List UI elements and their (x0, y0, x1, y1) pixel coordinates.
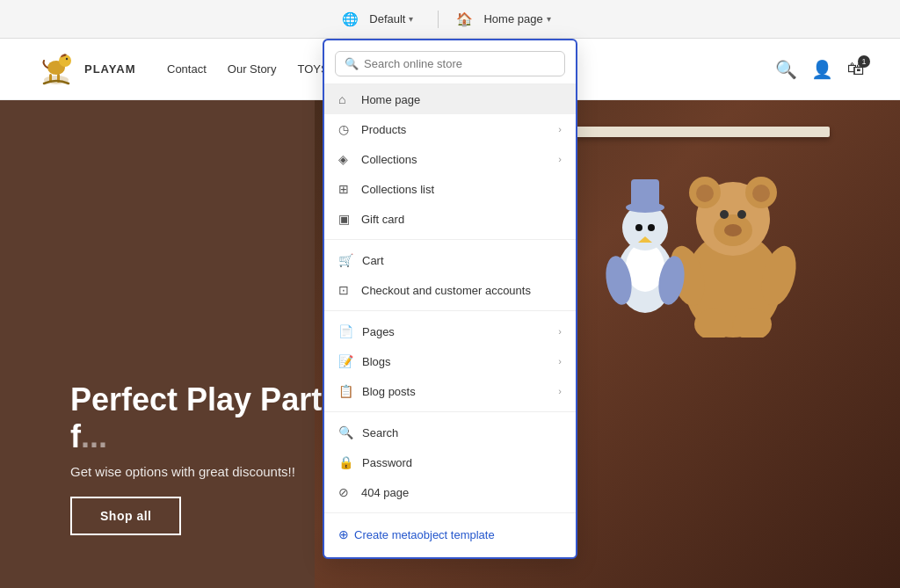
lock-icon: 🔒 (338, 455, 353, 469)
topbar-left: 🌐 Default ▾ (342, 9, 420, 29)
topbar-right: 🏠 Home page ▾ (456, 9, 557, 29)
search-input-wrap[interactable]: 🔍 (335, 51, 565, 76)
search-online-store-input[interactable] (364, 57, 555, 70)
divider-4 (324, 512, 576, 513)
menu-item-collections-list-label: Collections list (361, 183, 562, 196)
default-dropdown-btn[interactable]: Default ▾ (362, 9, 420, 29)
menu-item-products[interactable]: ◷ Products › (324, 114, 576, 144)
svg-point-2 (59, 54, 71, 67)
page-dropdown: 🔍 ⌂ Home page ◷ Products › ◈ Collections… (323, 39, 577, 559)
divider-2 (324, 310, 576, 311)
divider-3 (324, 411, 576, 412)
menu-item-collections[interactable]: ◈ Collections › (324, 144, 576, 174)
menu-item-pages[interactable]: 📄 Pages › (324, 316, 576, 346)
menu-item-404-label: 404 page (361, 486, 562, 499)
blogposts-arrow-icon: › (558, 386, 562, 396)
collections-arrow-icon: › (558, 154, 562, 164)
default-label: Default (369, 12, 405, 25)
search-icon: 🔍 (345, 57, 359, 70)
menu-item-password-label: Password (362, 456, 562, 469)
nav-contact[interactable]: Contact (167, 62, 207, 76)
menu-item-checkout[interactable]: ⊡ Checkout and customer accounts (324, 275, 576, 305)
home-icon: ⌂ (338, 92, 352, 106)
homepage-chevron-icon: ▾ (547, 14, 551, 24)
menu-item-homepage[interactable]: ⌂ Home page (324, 84, 576, 114)
page-icon: 📄 (338, 324, 353, 338)
menu-item-gift-card-label: Gift card (361, 213, 562, 226)
menu-item-collections-list[interactable]: ⊞ Collections list (324, 174, 576, 204)
account-icon[interactable]: 👤 (811, 59, 833, 80)
blog-icon: 📝 (338, 354, 353, 368)
menu-item-blogs[interactable]: 📝 Blogs › (324, 346, 576, 376)
create-metaobject-link[interactable]: ⊕ Create metaobject template (324, 519, 576, 550)
menu-item-collections-label: Collections (361, 153, 549, 166)
homepage-dropdown-btn[interactable]: Home page ▾ (476, 9, 557, 29)
menu-item-cart-label: Cart (362, 254, 562, 267)
menu-item-cart[interactable]: 🛒 Cart (324, 245, 576, 275)
shop-all-button[interactable]: Shop all (70, 497, 181, 535)
blogpost-icon: 📋 (338, 384, 353, 398)
dropdown-search-section: 🔍 (324, 40, 576, 84)
checkout-icon: ⊡ (338, 283, 352, 297)
dropdown-group-3: 📄 Pages › 📝 Blogs › 📋 Blog posts › (324, 316, 576, 406)
logo-icon (35, 48, 77, 91)
top-bar: 🌐 Default ▾ 🏠 Home page ▾ (0, 0, 900, 39)
svg-point-24 (635, 224, 642, 231)
svg-point-3 (66, 57, 68, 59)
menu-item-blog-posts[interactable]: 📋 Blog posts › (324, 376, 576, 406)
menu-item-404[interactable]: ⊘ 404 page (324, 477, 576, 507)
topbar-divider (438, 11, 439, 28)
svg-point-15 (724, 224, 742, 236)
cart-badge: 1 (858, 55, 870, 68)
list-icon: ⊞ (338, 182, 352, 196)
tag-icon: ◷ (338, 122, 352, 136)
search-icon: 🔍 (338, 425, 353, 439)
globe-icon: 🌐 (342, 11, 359, 27)
menu-item-blog-posts-label: Blog posts (362, 385, 549, 398)
logo-text: PLAYAM (84, 62, 136, 76)
blogs-arrow-icon: › (558, 356, 562, 367)
menu-item-password[interactable]: 🔒 Password (324, 447, 576, 477)
svg-point-14 (737, 210, 746, 219)
bookmark-icon: ◈ (338, 152, 352, 166)
menu-item-pages-label: Pages (362, 325, 549, 338)
dropdown-group-1: ⌂ Home page ◷ Products › ◈ Collections ›… (324, 84, 576, 234)
home-icon: 🏠 (456, 11, 473, 27)
pages-arrow-icon: › (558, 326, 562, 337)
logo-area: PLAYAM (35, 48, 141, 91)
svg-point-25 (648, 224, 655, 231)
dropdown-group-2: 🛒 Cart ⊡ Checkout and customer accounts (324, 245, 576, 305)
svg-rect-27 (631, 179, 659, 209)
divider-1 (324, 239, 576, 240)
default-chevron-icon: ▾ (409, 14, 413, 24)
nav-our-story[interactable]: Our Story (228, 62, 277, 76)
menu-item-checkout-label: Checkout and customer accounts (361, 284, 562, 297)
dropdown-group-4: 🔍 Search 🔒 Password ⊘ 404 page (324, 417, 576, 507)
circle-plus-icon: ⊕ (338, 527, 349, 541)
search-icon[interactable]: 🔍 (775, 59, 797, 80)
svg-point-11 (752, 185, 770, 202)
menu-item-blogs-label: Blogs (362, 355, 549, 368)
menu-item-products-label: Products (361, 123, 549, 136)
header-right: 🔍 👤 🛍 1 (775, 59, 865, 80)
menu-item-search[interactable]: 🔍 Search (324, 417, 576, 447)
gift-icon: ▣ (338, 212, 352, 226)
menu-item-homepage-label: Home page (361, 93, 562, 106)
menu-item-gift-card[interactable]: ▣ Gift card (324, 204, 576, 234)
products-arrow-icon: › (558, 124, 562, 134)
svg-point-13 (720, 210, 729, 219)
404-icon: ⊘ (338, 485, 352, 499)
menu-item-search-label: Search (362, 426, 562, 439)
homepage-label: Home page (483, 12, 542, 25)
svg-point-10 (696, 185, 714, 202)
cart-icon[interactable]: 🛍 1 (847, 59, 865, 79)
cart-icon: 🛒 (338, 253, 353, 267)
create-metaobject-label: Create metaobject template (354, 528, 495, 541)
